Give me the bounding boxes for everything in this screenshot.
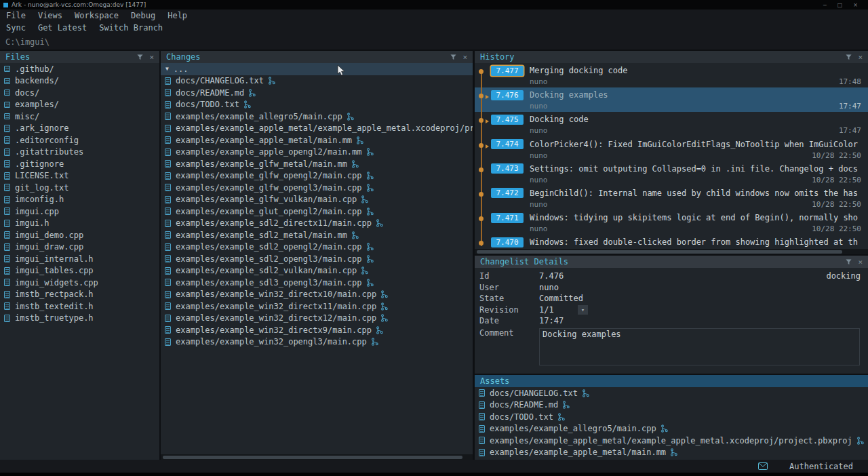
file-row[interactable]: .github/ xyxy=(0,63,159,75)
changed-file-row[interactable]: examples/example_win32_opengl3/main.cpp xyxy=(161,336,473,349)
expander-icon[interactable]: ▼ xyxy=(165,66,169,72)
changed-file-row[interactable]: docs/CHANGELOG.txt xyxy=(161,75,473,87)
changed-file-row[interactable]: examples/example_allegro5/main.cpp xyxy=(161,111,473,123)
commit-row[interactable]: 7.471 Windows: tidying up skipitems logi… xyxy=(475,210,868,235)
file-row[interactable]: imgui.h xyxy=(0,218,159,230)
close-icon[interactable]: × xyxy=(462,54,467,61)
comment-box[interactable]: Docking examples xyxy=(539,328,860,365)
changed-file-row[interactable]: examples/example_glfw_vulkan/main.cpp xyxy=(161,194,473,206)
assets-panel-header[interactable]: Assets xyxy=(475,375,868,387)
changed-file-row[interactable]: docs/README.md xyxy=(161,87,473,99)
file-row[interactable]: imstb_textedit.h xyxy=(0,300,159,313)
changed-file-row[interactable]: examples/example_win32_directx12/main.cp… xyxy=(161,313,473,325)
file-row[interactable]: misc/ xyxy=(0,111,159,123)
commit-row[interactable]: 7.472 BeginChild(): Internal name used b… xyxy=(475,186,868,210)
files-list: .github/ backends/ docs/ examples/ misc/ xyxy=(0,63,159,460)
panel-title: Assets xyxy=(480,376,509,386)
maximize-button[interactable]: □ xyxy=(837,2,843,8)
file-icon xyxy=(165,136,171,144)
minimize-button[interactable]: ─ xyxy=(823,2,827,8)
filter-icon[interactable] xyxy=(846,54,852,60)
changed-file-row[interactable]: examples/example_apple_opengl2/main.mm xyxy=(161,146,473,159)
toolbar-button[interactable]: Get Latest xyxy=(32,23,93,33)
filter-icon[interactable] xyxy=(846,259,852,265)
file-row[interactable]: LICENSE.txt xyxy=(0,170,159,182)
changed-file-row[interactable]: examples/example_win32_directx11/main.cp… xyxy=(161,300,473,313)
file-row[interactable]: git_log.txt xyxy=(0,182,159,194)
changed-file-row[interactable]: examples/example_win32_directx10/main.cp… xyxy=(161,289,473,301)
asset-row[interactable]: examples/example_allegro5/main.cpp xyxy=(475,423,868,435)
changed-file-row[interactable]: examples/example_sdl2_opengl3/main.cpp xyxy=(161,253,473,265)
changed-file-row[interactable]: examples/example_sdl2_vulkan/main.cpp xyxy=(161,265,473,277)
file-row[interactable]: .editorconfig xyxy=(0,134,159,146)
asset-row[interactable]: docs/README.md xyxy=(475,399,868,412)
file-row[interactable]: backends/ xyxy=(0,75,159,87)
toolbar: SyncGet LatestSwitch Branch xyxy=(0,21,868,35)
close-button[interactable]: × xyxy=(853,2,858,8)
changed-file-row[interactable]: examples/example_glut_opengl2/main.cpp xyxy=(161,205,473,218)
changed-file-row[interactable]: docs/TODO.txt xyxy=(161,99,473,111)
commit-row[interactable]: 7.470 Windows: fixed double-clicked bord… xyxy=(475,235,868,249)
filter-icon[interactable] xyxy=(137,54,143,60)
asset-row[interactable]: docs/CHANGELOG.txt xyxy=(475,387,868,399)
changed-file-row[interactable]: examples/example_glfw_metal/main.mm xyxy=(161,158,473,170)
commit-message: ColorPicker4(): Fixed ImGuiColorEditFlag… xyxy=(530,140,861,149)
changed-file-row[interactable]: examples/example_sdl2_opengl2/main.cpp xyxy=(161,241,473,254)
file-row[interactable]: .gitattributes xyxy=(0,146,159,159)
changed-file-row[interactable]: examples/example_apple_metal/main.mm xyxy=(161,134,473,146)
changed-file-row[interactable]: examples/example_glfw_opengl3/main.cpp xyxy=(161,182,473,194)
file-row[interactable]: imgui_demo.cpp xyxy=(0,229,159,241)
toolbar-button[interactable]: Switch Branch xyxy=(93,23,169,33)
changed-file-row[interactable]: examples/example_apple_metal/example_app… xyxy=(161,123,473,135)
toolbar-button[interactable]: Sync xyxy=(0,23,32,33)
commit-row[interactable]: 7.473 Settings: omit outputing Collapsed… xyxy=(475,161,868,186)
menu-item[interactable]: Help xyxy=(161,11,193,20)
file-row[interactable]: examples/ xyxy=(0,99,159,111)
close-icon[interactable]: × xyxy=(149,54,154,61)
changed-file-row[interactable]: examples/example_glfw_opengl2/main.cpp xyxy=(161,170,473,182)
revision-dropdown[interactable]: 1/1 ▾ xyxy=(539,305,588,315)
asset-row[interactable]: examples/example_apple_metal/example_app… xyxy=(475,435,868,447)
changes-root-row[interactable]: ▼ ... xyxy=(161,63,473,75)
asset-row[interactable]: examples/example_apple_metal/main.mm xyxy=(475,447,868,459)
file-icon xyxy=(165,220,171,227)
scrollbar-thumb[interactable] xyxy=(477,250,842,254)
changelist-state: Committed xyxy=(539,294,583,303)
commit-row[interactable]: 7.476 Docking examples nuno 17:47 xyxy=(475,87,868,112)
branch-icon xyxy=(366,148,374,156)
commit-row[interactable]: 7.474 ColorPicker4(): Fixed ImGuiColorEd… xyxy=(475,137,868,161)
file-icon xyxy=(165,231,171,239)
commit-row[interactable]: 7.477 Merging docking code nuno 17:48 xyxy=(475,63,868,87)
scrollbar-thumb[interactable] xyxy=(163,456,462,459)
file-row[interactable]: imconfig.h xyxy=(0,194,159,206)
file-row[interactable]: imgui_internal.h xyxy=(0,253,159,265)
asset-row[interactable]: docs/TODO.txt xyxy=(475,411,868,423)
changed-file-row[interactable]: examples/example_sdl3_opengl3/main.cpp xyxy=(161,277,473,289)
commit-row[interactable]: 7.475 Docking code nuno 17:47 xyxy=(475,112,868,136)
panel-title: History xyxy=(480,52,515,62)
file-row[interactable]: imgui_tables.cpp xyxy=(0,265,159,277)
file-row[interactable]: imgui_widgets.cpp xyxy=(0,277,159,289)
menu-item[interactable]: Workspace xyxy=(68,11,125,20)
file-row[interactable]: .gitignore xyxy=(0,158,159,170)
menu-item[interactable]: Debug xyxy=(125,11,161,20)
changed-file-row[interactable]: examples/example_sdl2_metal/main.mm xyxy=(161,229,473,241)
file-name: examples/ xyxy=(15,100,59,109)
file-row[interactable]: docs/ xyxy=(0,87,159,99)
menu-item[interactable]: Views xyxy=(32,11,68,20)
file-row[interactable]: imgui.cpp xyxy=(0,205,159,218)
menu-item[interactable]: File xyxy=(0,11,32,20)
menu-bar: FileViewsWorkspaceDebugHelp xyxy=(0,9,868,21)
file-name: imgui_tables.cpp xyxy=(15,266,94,275)
changed-file-row[interactable]: examples/example_win32_directx9/main.cpp xyxy=(161,324,473,336)
file-row[interactable]: imstb_rectpack.h xyxy=(0,289,159,301)
commit-message: BeginChild(): Internal name used by chil… xyxy=(530,189,861,198)
file-row[interactable]: imstb_truetype.h xyxy=(0,313,159,325)
close-icon[interactable]: × xyxy=(858,258,863,266)
file-row[interactable]: imgui_draw.cpp xyxy=(0,241,159,254)
branch-icon xyxy=(562,401,570,409)
close-icon[interactable]: × xyxy=(858,54,863,61)
changed-file-row[interactable]: examples/example_sdl2_directx11/main.cpp xyxy=(161,218,473,230)
filter-icon[interactable] xyxy=(450,54,456,60)
file-row[interactable]: .ark_ignore xyxy=(0,123,159,135)
